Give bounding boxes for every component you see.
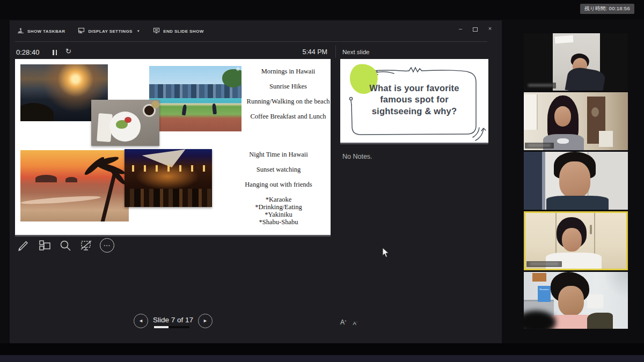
current-slide: ✻ Mornings in Hawaii Sunrise Hikes Runni…	[15, 59, 331, 235]
participant-4-name-label	[526, 261, 562, 267]
slide-line: Running/Walking on the beach	[246, 98, 331, 106]
slide-line: *Yakiniku	[230, 211, 327, 218]
slide-line: *Karaoke	[230, 196, 327, 203]
participant-1-name-label	[525, 83, 556, 88]
current-time: 5:44 PM	[289, 48, 327, 56]
slide-text-mornings: Mornings in Hawaii Sunrise Hikes Running…	[246, 68, 331, 128]
show-taskbar-label: SHOW TASKBAR	[27, 29, 65, 34]
notes-font-buttons: A+ A-	[340, 319, 357, 326]
pen-tool-button[interactable]	[16, 238, 31, 253]
presenter-view-window: SHOW TASKBAR DISPLAY SETTINGS ▼ END SLID…	[10, 20, 502, 343]
toolbar-divider	[15, 41, 487, 42]
slide-line: Hanging out with friends	[230, 181, 327, 189]
slide-line: Mornings in Hawaii	[246, 68, 331, 76]
bottom-bar	[0, 343, 644, 355]
decrease-text-size-button[interactable]: A-	[353, 320, 357, 326]
slide-progress-bar	[154, 326, 189, 328]
restart-timer-button[interactable]: ↻	[65, 47, 71, 55]
previous-slide-button[interactable]: ◄	[134, 314, 148, 328]
close-button[interactable]: ×	[486, 25, 494, 32]
slides-grid-icon	[38, 239, 52, 253]
mouse-cursor	[382, 247, 390, 258]
taskbar-icon	[17, 28, 24, 35]
arrow-left-icon: ◄	[138, 318, 143, 323]
display-settings-icon	[78, 27, 85, 35]
slide-progress-fill	[154, 326, 169, 328]
slide-line: *Shabu-Shabu	[230, 218, 327, 226]
next-slide-question: What is your favorite famous spot for si…	[361, 83, 468, 117]
participant-video-3[interactable]	[524, 152, 628, 210]
slide-text-night: Night Time in Hawaii Sunset watching Han…	[230, 151, 327, 226]
increase-text-size-button[interactable]: A+	[340, 319, 347, 326]
header-divider	[335, 45, 336, 58]
minimize-button[interactable]: –	[456, 25, 465, 32]
meeting-top-bar	[0, 0, 644, 19]
chevron-down-icon: ▼	[137, 29, 140, 33]
show-taskbar-button[interactable]: SHOW TASKBAR	[17, 28, 65, 35]
restore-button[interactable]	[473, 27, 478, 32]
see-all-slides-button[interactable]	[37, 238, 52, 253]
meeting-screen: 残り時間: 00:18:56 SHOW TASKBAR DISPLAY SETT…	[0, 0, 644, 362]
participant-video-2[interactable]	[524, 92, 628, 150]
black-screen-button[interactable]	[79, 238, 93, 253]
presenter-toolbar: SHOW TASKBAR DISPLAY SETTINGS ▼ END SLID…	[17, 27, 204, 35]
notes-text: No Notes.	[342, 153, 372, 160]
photo-coffee-breakfast	[91, 100, 159, 146]
blank-screen-icon	[79, 239, 93, 253]
magnifier-icon	[58, 239, 72, 253]
pen-icon	[17, 239, 31, 253]
participant-video-5[interactable]: Resumes	[524, 272, 628, 329]
photo-beach-runners-city: ✻	[149, 66, 241, 131]
zoom-slide-button[interactable]	[58, 238, 72, 253]
display-settings-label: DISPLAY SETTINGS	[88, 29, 132, 34]
participant-2-name-label	[525, 143, 554, 149]
slide-line: Night Time in Hawaii	[230, 151, 327, 159]
window-controls: – ×	[456, 25, 494, 32]
participant-1-video-frame	[553, 33, 600, 91]
time-remaining-badge: 残り時間: 00:18:56	[580, 4, 634, 14]
slide-counter: Slide 7 of 17	[153, 316, 193, 324]
participant-video-4-active-speaker[interactable]	[524, 211, 628, 270]
more-options-button[interactable]: ⋯	[100, 238, 114, 253]
photo-night-restaurant	[125, 149, 212, 207]
next-slide-button[interactable]: ►	[198, 314, 213, 328]
next-slide-preview: What is your favorite famous spot for si…	[340, 59, 488, 143]
bottom-strip	[0, 355, 644, 362]
presentation-timer: 0:28:40	[16, 48, 39, 56]
photo-beach-sunset-palm	[20, 150, 129, 221]
end-slide-show-label: END SLIDE SHOW	[163, 29, 203, 34]
presenter-tools: ⋯	[16, 238, 114, 253]
end-slide-show-button[interactable]: END SLIDE SHOW	[153, 27, 203, 35]
display-settings-button[interactable]: DISPLAY SETTINGS ▼	[78, 27, 140, 35]
next-slide-label: Next slide	[342, 49, 370, 55]
slide-line: Coffee Breakfast and Lunch	[246, 113, 331, 121]
participant-video-1[interactable]	[524, 33, 628, 91]
resumes-poster: Resumes	[538, 286, 551, 302]
slide-line: Sunrise Hikes	[246, 83, 331, 91]
slide-line: Sunset watching	[230, 166, 327, 174]
slide-line: *Drinking/Eating	[230, 203, 327, 211]
end-slide-show-icon	[153, 27, 160, 35]
arrow-right-icon: ►	[203, 318, 208, 323]
star-icon: ✻	[236, 67, 240, 72]
pause-timer-button[interactable]	[53, 50, 57, 55]
